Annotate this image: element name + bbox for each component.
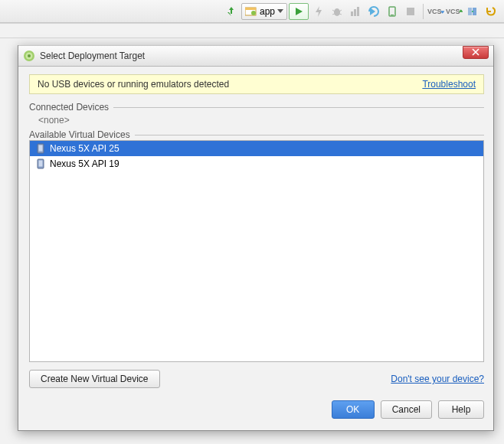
heading-rule — [113, 107, 484, 108]
svg-point-19 — [28, 54, 31, 57]
revert-button[interactable] — [483, 3, 499, 20]
virtual-devices-list[interactable]: Nexus 5X API 25 Nexus 5X API 19 — [29, 140, 484, 362]
virtual-device-name: Nexus 5X API 25 — [50, 143, 119, 154]
virtual-device-row[interactable]: Nexus 5X API 25 — [30, 141, 483, 156]
virtual-device-row[interactable]: Nexus 5X API 19 — [30, 156, 483, 171]
svg-point-4 — [334, 8, 340, 16]
heading-rule — [135, 135, 484, 135]
svg-rect-9 — [351, 11, 353, 16]
deployment-target-dialog: Select Deployment Target No USB devices … — [18, 45, 494, 431]
cancel-button[interactable]: Cancel — [381, 400, 432, 419]
attach-icon — [386, 5, 398, 18]
close-icon — [471, 48, 480, 56]
phone-icon — [36, 142, 45, 155]
dialog-body: No USB devices or running emulators dete… — [18, 67, 493, 430]
apply-changes-button[interactable] — [310, 3, 327, 20]
create-virtual-device-button[interactable]: Create New Virtual Device — [29, 370, 160, 388]
sync-icon — [225, 5, 237, 18]
run-button[interactable] — [289, 3, 309, 20]
svg-point-3 — [251, 11, 256, 15]
svg-line-7 — [332, 14, 335, 15]
history-icon — [466, 5, 479, 18]
connected-devices-heading: Connected Devices — [29, 102, 484, 113]
stop-button[interactable] — [402, 3, 419, 20]
connected-devices-label: Connected Devices — [29, 102, 109, 113]
toolbar-divider — [0, 23, 504, 38]
coverage-icon — [368, 5, 380, 18]
main-toolbar: app VCS VCS — [0, 0, 504, 23]
run-icon — [293, 6, 304, 17]
toolbar-separator — [423, 4, 424, 19]
sync-project-button[interactable] — [223, 3, 240, 20]
dialog-footer: OK Cancel Help — [29, 400, 484, 419]
warning-bar: No USB devices or running emulators dete… — [29, 74, 484, 94]
arrow-down-icon — [440, 8, 444, 15]
bug-icon — [331, 5, 343, 18]
available-virtual-heading: Available Virtual Devices — [29, 129, 484, 140]
connected-none-row: <none> — [29, 113, 484, 128]
profile-icon — [349, 5, 362, 18]
phone-icon — [36, 158, 45, 170]
dont-see-device-link[interactable]: Don't see your device? — [391, 374, 484, 384]
close-button[interactable] — [463, 46, 489, 59]
coverage-button[interactable] — [365, 3, 382, 20]
connected-none-label: <none> — [38, 115, 70, 126]
profile-button[interactable] — [347, 3, 364, 20]
run-config-selector[interactable]: app — [241, 3, 287, 20]
help-button[interactable]: Help — [438, 400, 484, 419]
svg-rect-15 — [468, 8, 472, 15]
vcs-commit-button[interactable]: VCS — [446, 3, 463, 20]
svg-rect-0 — [231, 10, 232, 14]
arrow-up-icon — [459, 8, 463, 15]
available-virtual-label: Available Virtual Devices — [29, 129, 130, 140]
vcs-update-button[interactable]: VCS — [427, 3, 444, 20]
revert-icon — [485, 5, 497, 18]
chevron-down-icon — [277, 9, 283, 13]
warning-message: No USB devices or running emulators dete… — [38, 79, 422, 90]
lower-actions-row: Create New Virtual Device Don't see your… — [29, 370, 484, 388]
dialog-title: Select Deployment Target — [40, 51, 463, 61]
svg-rect-11 — [357, 7, 359, 16]
svg-rect-13 — [391, 15, 394, 15]
svg-rect-14 — [407, 8, 414, 15]
ok-button[interactable]: OK — [332, 400, 375, 419]
stop-icon — [404, 5, 417, 18]
svg-line-8 — [339, 14, 342, 15]
run-config-label: app — [260, 6, 275, 17]
android-studio-icon — [23, 50, 35, 62]
svg-rect-2 — [245, 8, 256, 10]
troubleshoot-link[interactable]: Troubleshoot — [422, 79, 476, 90]
dialog-titlebar[interactable]: Select Deployment Target — [18, 45, 493, 67]
lightning-icon — [313, 5, 325, 18]
debug-button[interactable] — [329, 3, 345, 20]
svg-rect-21 — [39, 145, 43, 152]
virtual-device-name: Nexus 5X API 19 — [50, 158, 119, 169]
vcs-history-button[interactable] — [464, 3, 481, 20]
svg-rect-10 — [354, 9, 356, 16]
attach-debugger-button[interactable] — [384, 3, 401, 20]
svg-rect-23 — [39, 161, 43, 167]
module-icon — [245, 6, 257, 17]
